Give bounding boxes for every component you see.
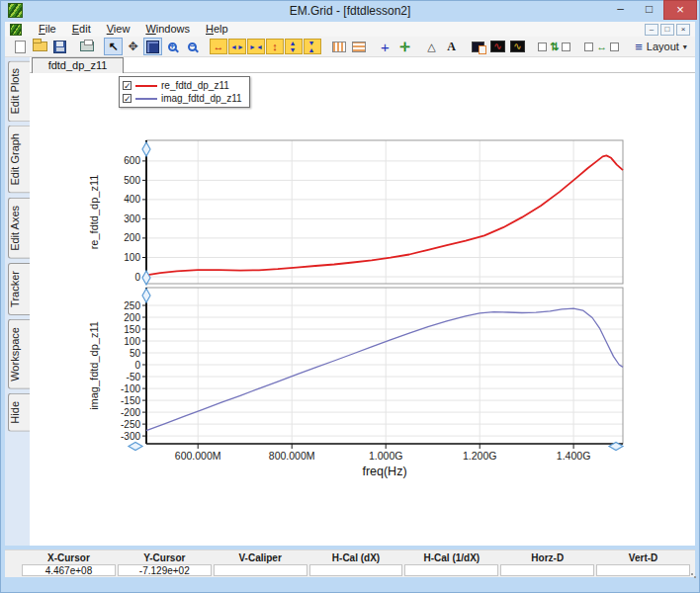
legend-checkbox-re[interactable]: ✓: [123, 81, 131, 90]
layout-button[interactable]: ≡Layout▾: [630, 38, 692, 55]
split-vertical-icon: [332, 42, 346, 52]
delta-marker-button[interactable]: △: [422, 38, 441, 55]
title-bar[interactable]: EM.Grid - [fdtdlesson2] – □ ×: [0, 0, 700, 22]
select-cursor-icon: ↖: [108, 41, 118, 52]
pan-hand-button[interactable]: ✥: [124, 38, 142, 55]
print-icon: [80, 42, 94, 51]
wave-yellow-button[interactable]: ∿: [508, 38, 527, 55]
expand-y-button[interactable]: ↕: [266, 39, 284, 54]
toolbar-separator: [623, 38, 630, 55]
status-label: Horz-D: [499, 551, 595, 564]
layout-button-label: Layout: [647, 41, 679, 52]
axes-tool-button[interactable]: ✛: [395, 38, 414, 55]
fit-y-arrows-icon: ⇅: [550, 42, 559, 52]
status-header-row: X-CursorY-CursorV-CaliperH-Cal (dX)H-Cal…: [21, 551, 691, 564]
crosshair-button[interactable]: +: [376, 38, 394, 55]
menu-file[interactable]: File: [31, 22, 64, 37]
status-value: [214, 564, 307, 576]
plot-legend: ✓ re_fdtd_dp_z11 ✓ imag_fdtd_dp_z11: [119, 76, 250, 108]
wave-red-icon: ∿: [490, 41, 505, 52]
zoom-region-button[interactable]: [143, 38, 162, 55]
toolbar-separator: [528, 38, 535, 55]
document-tab[interactable]: fdtd_dp_z11: [32, 57, 124, 73]
window-title: EM.Grid - [fdtdlesson2]: [0, 0, 700, 22]
fit-y-left-checkbox[interactable]: [538, 42, 547, 51]
status-label: Vert-D: [595, 551, 691, 564]
select-cursor-button[interactable]: ↖: [104, 38, 123, 55]
new-file-button[interactable]: [11, 38, 30, 55]
save-file-icon: [53, 41, 66, 53]
mdi-restore-button[interactable]: □: [660, 24, 674, 36]
window-maximize-button[interactable]: □: [635, 0, 663, 20]
legend-checkbox-imag[interactable]: ✓: [123, 94, 131, 103]
zoom-in-button[interactable]: [163, 38, 182, 55]
toolbar-separator: [203, 38, 210, 55]
status-label: V-Caliper: [213, 551, 308, 564]
stretch-x-button[interactable]: ◄►: [228, 39, 246, 54]
sidebar-tab-edit-plots[interactable]: Edit Plots: [8, 60, 30, 122]
compress-x-button[interactable]: ►◄: [247, 39, 265, 54]
sidebar-tab-tracker[interactable]: Tracker: [8, 263, 30, 315]
split-horizontal-icon: [352, 42, 366, 52]
menu-help[interactable]: Help: [198, 22, 236, 37]
legend-label-re: re_fdtd_dp_z11: [161, 80, 229, 91]
status-label: H-Cal (dX): [308, 551, 404, 564]
text-annotation-button[interactable]: A: [442, 38, 461, 55]
fit-x-left-checkbox[interactable]: [584, 42, 593, 51]
expand-x-button[interactable]: ↔: [210, 39, 227, 54]
plot-thumbnail-icon: [472, 42, 484, 52]
toolbar-separator: [97, 38, 104, 55]
status-label: X-Cursor: [21, 551, 117, 564]
fit-x-right-checkbox[interactable]: [610, 42, 619, 51]
compress-x-icon: ►◄: [249, 43, 263, 50]
document-tab-bar: fdtd_dp_z11: [30, 57, 695, 73]
open-file-button[interactable]: [31, 38, 49, 55]
sidebar-tab-workspace[interactable]: Workspace: [8, 319, 30, 389]
toolbar-separator: [574, 38, 581, 55]
plot-thumbnail-button[interactable]: [469, 38, 487, 55]
legend-item-imag: ✓ imag_fdtd_dp_z11: [123, 92, 246, 105]
sidebar-tab-edit-graph[interactable]: Edit Graph: [8, 126, 30, 194]
plot-canvas[interactable]: [30, 57, 695, 546]
legend-line-sample-re: [135, 85, 157, 87]
layout-bars-icon: ≡: [635, 41, 643, 53]
window-close-button[interactable]: ×: [663, 0, 697, 20]
status-value: [596, 564, 690, 576]
save-file-button[interactable]: [50, 38, 69, 55]
fit-x-arrows-icon: ↔: [596, 42, 607, 52]
fit-x-group: ↔: [581, 42, 622, 52]
menu-view[interactable]: View: [99, 22, 138, 37]
mdi-close-button[interactable]: ×: [676, 24, 690, 36]
resize-grip[interactable]: [691, 573, 697, 579]
new-file-icon: [15, 41, 26, 53]
text-annotation-icon: A: [447, 41, 456, 52]
expand-y-icon: ↕: [272, 42, 278, 52]
open-file-icon: [33, 42, 47, 51]
split-horizontal-button[interactable]: [349, 38, 368, 55]
sidebar-tab-edit-axes[interactable]: Edit Axes: [8, 198, 30, 259]
status-value: [404, 564, 498, 576]
toolbar-separator: [70, 38, 77, 55]
fit-y-group: ⇅: [535, 42, 573, 52]
mdi-minimize-button[interactable]: –: [645, 24, 658, 36]
compress-y-button[interactable]: ►◄: [304, 39, 321, 54]
zoom-out-button[interactable]: [183, 38, 202, 55]
window-minimize-button[interactable]: –: [606, 0, 635, 20]
app-window: EM.Grid - [fdtdlesson2] – □ × File Edit …: [0, 0, 700, 593]
toolbar-separator: [462, 38, 469, 55]
menu-bar: File Edit View Windows Help – □ ×: [5, 22, 695, 37]
menu-windows[interactable]: Windows: [137, 22, 198, 37]
legend-label-imag: imag_fdtd_dp_z11: [161, 93, 242, 104]
sidebar-tab-hide[interactable]: Hide: [8, 393, 30, 432]
menu-edit[interactable]: Edit: [64, 22, 99, 37]
print-button[interactable]: [77, 38, 96, 55]
toolbar-separator: [322, 38, 329, 55]
split-vertical-button[interactable]: [329, 38, 348, 55]
compress-y-icon: ►◄: [308, 40, 315, 53]
fit-y-right-checkbox[interactable]: [562, 42, 570, 51]
status-value: 4.467e+08: [22, 564, 116, 576]
stretch-y-button[interactable]: ◄►: [285, 39, 303, 54]
zoom-in-icon: [168, 42, 177, 51]
wave-red-button[interactable]: ∿: [488, 38, 507, 55]
legend-line-sample-imag: [135, 98, 157, 100]
